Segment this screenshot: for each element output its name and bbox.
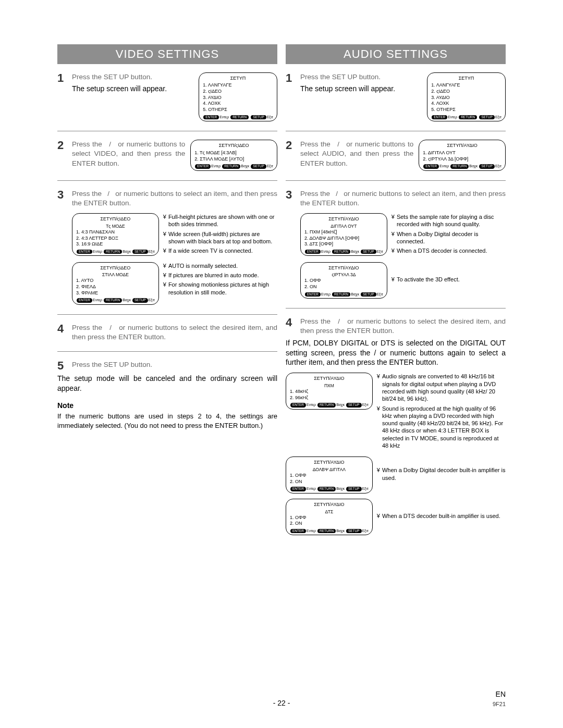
audio-settings-column: AUDIO SETTINGS 1 Press the SET UP button… (286, 44, 506, 535)
step-number: 5 (57, 360, 67, 372)
step-number: 4 (286, 317, 295, 328)
step-instruction: Press the SET UP button. (300, 72, 422, 82)
video-step-1: 1 Press the SET UP button. The setup scr… (57, 72, 277, 122)
step-instruction: Press the / or numeric buttons to select… (300, 189, 506, 208)
step5-body: The setup mode will be canceled and the … (57, 374, 277, 393)
osd-footer: ENTERΕντερ RETURN SETUPΕξιτ (203, 115, 273, 119)
step4-body: If PCM, DOLBY DIGITAL or DTS is selected… (286, 338, 506, 368)
footer-lang: EN (493, 689, 506, 699)
audio-step-1: 1 Press the SET UP button. The setup scr… (286, 72, 506, 122)
osd-digital-out: ΣΕΤΥΠ/ΑΥΔΙΟ ΔΙΓΙΤΑΛ ΟΥΤ 1. ΠΧΜ [48κΗζ] 2… (300, 213, 387, 256)
audio-section-title: AUDIO SETTINGS (286, 44, 506, 64)
osd-virtual-3d: ΣΕΤΥΠ/ΑΥΔΙΟ ςΙΡΤΥΑΛ 3Δ 1. ΟΦΦ 2. ΟΝ ENTE… (300, 262, 387, 299)
manual-page: VIDEO SETTINGS 1 Press the SET UP button… (0, 0, 563, 728)
two-column-layout: VIDEO SETTINGS 1 Press the SET UP button… (57, 44, 506, 535)
osd-tv-mode: ΣΕΤΥΠ/ςΙΔΕΟ Τς ΜΟΔΕ 1. 4:3 ΠΑΝ&ΣΧΑΝ 2. 4… (72, 213, 159, 256)
step-instruction: Press the / or numeric buttons to select… (72, 323, 277, 342)
video-step-3: 3 Press the / or numeric buttons to sele… (57, 189, 277, 305)
pcm-callout: ΣΕΤΥΠ/ΑΥΔΙΟ ΠΧΜ 1. 48κΗζ 2. 96κΗζ ENTERΕ… (286, 373, 506, 451)
note-heading: Note (57, 401, 277, 411)
virtual-3d-callout: ΣΕΤΥΠ/ΑΥΔΙΟ ςΙΡΤΥΑΛ 3Δ 1. ΟΦΦ 2. ΟΝ ENTE… (300, 262, 506, 299)
step-instruction: Press the SET UP button. (72, 360, 277, 369)
audio-step-4: 4 Press the / or numeric buttons to sele… (286, 317, 506, 336)
audio-step-3: 3 Press the / or numeric buttons to sele… (286, 189, 506, 299)
dolby-callout: ΣΕΤΥΠ/ΑΥΔΙΟ ΔΟΛΒΨ ΔΙΓΙΤΑΛ 1. ΟΦΦ 2. ΟΝ E… (286, 456, 506, 493)
step-instruction: Press the SET UP button. (72, 72, 193, 82)
footer-right: EN 9F21 (493, 689, 506, 708)
video-section-title: VIDEO SETTINGS (57, 44, 277, 64)
step-number: 4 (57, 323, 67, 335)
footer-code: 9F21 (493, 700, 506, 708)
page-number: - 22 - (0, 698, 563, 708)
video-step-4: 4 Press the / or numeric buttons to sele… (57, 323, 277, 342)
note-body: If the numeric buttons are used in steps… (57, 412, 277, 430)
dts-callout: ΣΕΤΥΠ/ΑΥΔΙΟ ΔΤΣ 1. ΟΦΦ 2. ΟΝ ENTERΕντερ … (286, 499, 506, 536)
step-number: 1 (286, 72, 295, 84)
step-number: 2 (57, 140, 67, 151)
video-step-5: 5 Press the SET UP button. (57, 360, 277, 372)
divider (57, 131, 277, 131)
step-subtext: The setup screen will appear. (300, 84, 422, 94)
digital-out-callout: ΣΕΤΥΠ/ΑΥΔΙΟ ΔΙΓΙΤΑΛ ΟΥΤ 1. ΠΧΜ [48κΗζ] 2… (300, 213, 506, 256)
step-number: 3 (286, 189, 295, 201)
step-instruction: Press the / or numeric buttons to select… (72, 189, 277, 208)
osd-setup-video: ΣΕΤΥΠ 1. ΛΑΝΓΥΑΓΕ 2. ςΙΔΕΟ 3. ΑΥΔΙΟ 4. Λ… (199, 72, 277, 122)
osd-video-menu: ΣΕΤΥΠ/ςΙΔΕΟ 1. Τς ΜΟΔΕ [4:3ΛΒ] 2. ΣΤΙΛΛ … (190, 140, 277, 171)
osd-audio-menu: ΣΕΤΥΠ/ΑΥΔΙΟ 1. ΔΙΓΙΤΑΛ ΟΥΤ 2. ςΙΡΤΥΑΛ 3Δ… (419, 140, 506, 171)
step-number: 3 (57, 189, 67, 201)
step-instruction: Press the / or numeric buttons to select… (300, 317, 506, 336)
audio-step-2: 2 Press the / or numeric buttons to sele… (286, 140, 506, 171)
tv-mode-callout: ΣΕΤΥΠ/ςΙΔΕΟ Τς ΜΟΔΕ 1. 4:3 ΠΑΝ&ΣΧΑΝ 2. 4… (72, 213, 277, 256)
step-instruction: Press the / or numeric buttons to select… (72, 140, 185, 168)
step-instruction: Press the / or numeric buttons to select… (300, 140, 413, 168)
osd-dts: ΣΕΤΥΠ/ΑΥΔΙΟ ΔΤΣ 1. ΟΦΦ 2. ΟΝ ENTERΕντερ … (286, 499, 373, 536)
osd-setup-audio: ΣΕΤΥΠ 1. ΛΑΝΓΥΑΓΕ 2. ςΙΔΕΟ 3. ΑΥΔΙΟ 4. Λ… (427, 72, 506, 122)
still-mode-callout: ΣΕΤΥΠ/ςΙΔΕΟ ΣΤΙΛΛ ΜΟΔΕ 1. ΑΥΤΟ 2. ΦΙΕΛΔ … (72, 262, 277, 305)
step-number: 2 (286, 140, 295, 151)
video-settings-column: VIDEO SETTINGS 1 Press the SET UP button… (57, 44, 277, 535)
osd-pcm: ΣΕΤΥΠ/ΑΥΔΙΟ ΠΧΜ 1. 48κΗζ 2. 96κΗζ ENTERΕ… (286, 373, 373, 410)
video-step-2: 2 Press the / or numeric buttons to sele… (57, 140, 277, 171)
osd-still-mode: ΣΕΤΥΠ/ςΙΔΕΟ ΣΤΙΛΛ ΜΟΔΕ 1. ΑΥΤΟ 2. ΦΙΕΛΔ … (72, 262, 159, 305)
step-subtext: The setup screen will appear. (72, 84, 193, 94)
osd-dolby: ΣΕΤΥΠ/ΑΥΔΙΟ ΔΟΛΒΨ ΔΙΓΙΤΑΛ 1. ΟΦΦ 2. ΟΝ E… (286, 456, 373, 493)
step-number: 1 (57, 72, 67, 84)
